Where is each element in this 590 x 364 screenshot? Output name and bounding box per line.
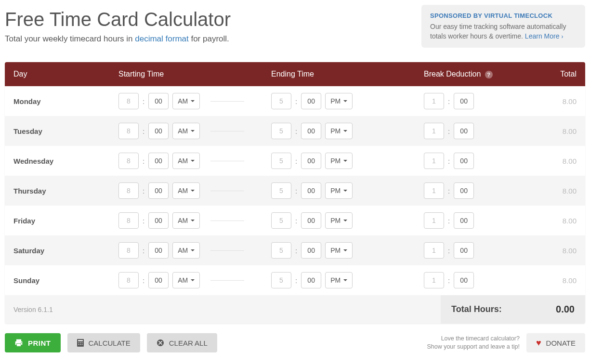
end-min-input[interactable]: [301, 153, 321, 169]
help-icon[interactable]: ?: [485, 71, 493, 78]
end-hour-input[interactable]: [271, 182, 291, 199]
page-title: Free Time Card Calculator: [5, 9, 231, 30]
end-hour-input[interactable]: [271, 153, 291, 169]
start-hour-input[interactable]: [118, 212, 139, 229]
break-min-input[interactable]: [454, 153, 474, 169]
end-hour-input[interactable]: [271, 272, 291, 288]
colon: :: [448, 217, 450, 225]
break-hour-input[interactable]: [424, 153, 444, 169]
table-row: Friday : AM : PM : 8.: [5, 206, 585, 235]
start-min-input[interactable]: [148, 153, 169, 169]
table-row: Monday : AM : PM : 8.: [5, 86, 585, 116]
table-row: Sunday : AM : PM : 8.: [5, 265, 585, 295]
colon: :: [295, 187, 297, 195]
col-end-header: Ending Time: [271, 70, 424, 78]
start-min-input[interactable]: [148, 212, 169, 229]
break-min-input[interactable]: [454, 93, 474, 109]
caret-down-icon: [343, 130, 347, 132]
end-ampm-select[interactable]: PM: [325, 182, 353, 199]
start-ampm-select[interactable]: AM: [172, 242, 200, 259]
divider-line: [210, 101, 244, 102]
break-min-input[interactable]: [454, 272, 474, 288]
end-hour-input[interactable]: [271, 123, 291, 139]
table-row: Thursday : AM : PM :: [5, 176, 585, 206]
table-footer: Version 6.1.1 Total Hours: 0.00: [5, 295, 585, 324]
end-hour-input[interactable]: [271, 242, 291, 259]
colon: :: [143, 97, 144, 105]
break-hour-input[interactable]: [424, 272, 444, 288]
end-hour-input[interactable]: [271, 93, 291, 109]
end-ampm-select[interactable]: PM: [325, 93, 353, 109]
start-ampm-select[interactable]: AM: [172, 123, 200, 139]
svg-point-7: [80, 342, 81, 343]
caret-down-icon: [191, 190, 195, 192]
start-min-input[interactable]: [148, 182, 169, 199]
donate-button[interactable]: ♥ DONATE: [526, 333, 585, 352]
table-row: Wednesday : AM : PM :: [5, 146, 585, 176]
break-min-input[interactable]: [454, 182, 474, 199]
start-hour-input[interactable]: [118, 182, 139, 199]
break-min-input[interactable]: [454, 123, 474, 139]
start-hour-input[interactable]: [118, 153, 139, 169]
svg-point-11: [81, 344, 82, 345]
start-hour-input[interactable]: [118, 93, 139, 109]
end-ampm-label: PM: [330, 217, 341, 224]
calculate-button[interactable]: CALCULATE: [67, 333, 140, 352]
end-ampm-label: PM: [330, 187, 341, 195]
end-min-input[interactable]: [301, 272, 321, 288]
day-name: Sunday: [13, 276, 118, 285]
sponsor-learn-more-link[interactable]: Learn More: [525, 32, 560, 40]
end-ampm-select[interactable]: PM: [325, 212, 353, 229]
break-hour-input[interactable]: [424, 123, 444, 139]
start-ampm-select[interactable]: AM: [172, 153, 200, 169]
start-ampm-select[interactable]: AM: [172, 182, 200, 199]
end-ampm-select[interactable]: PM: [325, 272, 353, 288]
print-button[interactable]: PRINT: [5, 333, 61, 352]
start-min-input[interactable]: [148, 123, 169, 139]
start-ampm-select[interactable]: AM: [172, 93, 200, 109]
colon: :: [295, 157, 297, 165]
start-ampm-select[interactable]: AM: [172, 212, 200, 229]
colon: :: [143, 187, 144, 195]
break-min-input[interactable]: [454, 212, 474, 229]
start-min-input[interactable]: [148, 272, 169, 288]
end-ampm-select[interactable]: PM: [325, 242, 353, 259]
divider-line: [210, 131, 244, 131]
start-ampm-select[interactable]: AM: [172, 272, 200, 288]
start-hour-input[interactable]: [118, 123, 139, 139]
end-ampm-select[interactable]: PM: [325, 123, 353, 139]
colon: :: [448, 97, 450, 105]
colon: :: [448, 276, 450, 285]
clear-all-button[interactable]: CLEAR ALL: [147, 333, 217, 352]
break-hour-input[interactable]: [424, 242, 444, 259]
end-ampm-select[interactable]: PM: [325, 153, 353, 169]
break-hour-input[interactable]: [424, 212, 444, 229]
break-min-input[interactable]: [454, 242, 474, 259]
actions-row: PRINT CALCULATE CLEAR ALL Love the timec…: [5, 333, 585, 352]
day-name: Friday: [13, 217, 118, 225]
caret-down-icon: [343, 190, 347, 192]
divider-line: [210, 250, 244, 251]
start-hour-input[interactable]: [118, 272, 139, 288]
caret-down-icon: [191, 160, 195, 162]
svg-point-6: [78, 342, 79, 343]
end-min-input[interactable]: [301, 93, 321, 109]
start-hour-input[interactable]: [118, 242, 139, 259]
start-min-input[interactable]: [148, 93, 169, 109]
calculate-button-label: CALCULATE: [89, 339, 131, 347]
break-hour-input[interactable]: [424, 182, 444, 199]
end-min-input[interactable]: [301, 212, 321, 229]
divider-line: [210, 191, 244, 191]
caret-down-icon: [191, 220, 195, 221]
start-ampm-label: AM: [178, 157, 188, 165]
row-total: 8.00: [529, 187, 577, 195]
end-hour-input[interactable]: [271, 212, 291, 229]
version-label: Version 6.1.1: [5, 297, 441, 322]
end-min-input[interactable]: [301, 123, 321, 139]
end-min-input[interactable]: [301, 182, 321, 199]
end-min-input[interactable]: [301, 242, 321, 259]
start-min-input[interactable]: [148, 242, 169, 259]
decimal-format-link[interactable]: decimal format: [135, 34, 188, 43]
end-ampm-label: PM: [330, 276, 341, 284]
break-hour-input[interactable]: [424, 93, 444, 109]
